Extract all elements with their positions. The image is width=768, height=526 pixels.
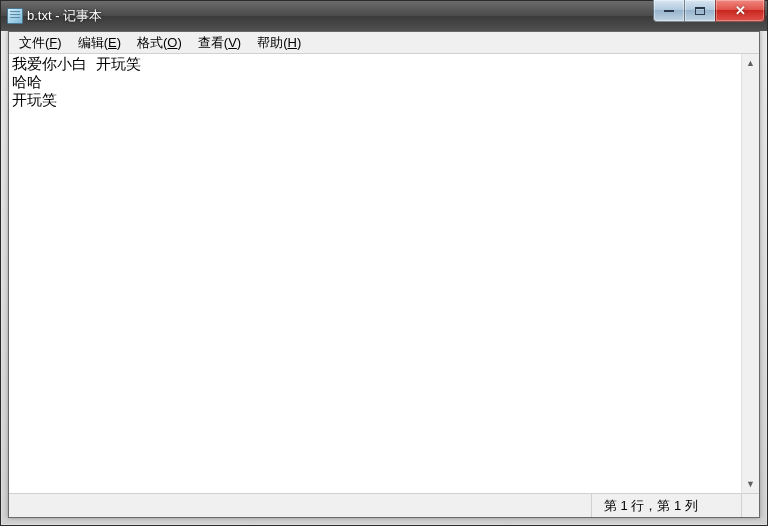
window-controls: ✕ — [654, 0, 765, 22]
close-icon: ✕ — [735, 3, 746, 18]
menu-view[interactable]: 查看(V) — [190, 32, 249, 54]
maximize-icon — [695, 7, 705, 15]
editor-wrap: 我爱你小白 开玩笑 哈哈 开玩笑 ▲ ▼ — [9, 54, 759, 493]
menu-format[interactable]: 格式(O) — [129, 32, 190, 54]
notepad-window: b.txt - 记事本 ✕ 文件(F) 编辑(E) 格式(O) — [0, 0, 768, 526]
menu-file-label: 文件 — [19, 35, 45, 50]
menu-edit-hotkey: E — [108, 35, 117, 50]
minimize-button[interactable] — [653, 0, 685, 22]
menu-format-label: 格式 — [137, 35, 163, 50]
menu-view-label: 查看 — [198, 35, 224, 50]
menu-file-hotkey: F — [49, 35, 57, 50]
text-editor[interactable]: 我爱你小白 开玩笑 哈哈 开玩笑 — [9, 54, 741, 493]
menu-help-hotkey: H — [288, 35, 297, 50]
menu-help[interactable]: 帮助(H) — [249, 32, 309, 54]
cursor-position: 第 1 行，第 1 列 — [591, 494, 741, 517]
statusbar: 第 1 行，第 1 列 — [9, 493, 759, 517]
menu-edit-label: 编辑 — [78, 35, 104, 50]
menu-help-label: 帮助 — [257, 35, 283, 50]
vertical-scrollbar[interactable]: ▲ ▼ — [741, 54, 759, 493]
resize-grip[interactable] — [741, 494, 759, 517]
scroll-track[interactable] — [742, 72, 759, 475]
scroll-down-arrow-icon[interactable]: ▼ — [742, 475, 759, 493]
menubar: 文件(F) 编辑(E) 格式(O) 查看(V) 帮助(H) — [9, 32, 759, 54]
client-area: 文件(F) 编辑(E) 格式(O) 查看(V) 帮助(H) 我爱你小白 开玩笑 … — [8, 31, 760, 518]
maximize-button[interactable] — [684, 0, 716, 22]
scroll-up-arrow-icon[interactable]: ▲ — [742, 54, 759, 72]
menu-edit[interactable]: 编辑(E) — [70, 32, 129, 54]
notepad-icon — [7, 8, 23, 24]
close-button[interactable]: ✕ — [715, 0, 765, 22]
menu-format-hotkey: O — [167, 35, 177, 50]
window-title: b.txt - 记事本 — [27, 7, 654, 25]
titlebar[interactable]: b.txt - 记事本 ✕ — [1, 1, 767, 31]
menu-view-hotkey: V — [228, 35, 237, 50]
menu-file[interactable]: 文件(F) — [11, 32, 70, 54]
minimize-icon — [664, 9, 674, 12]
